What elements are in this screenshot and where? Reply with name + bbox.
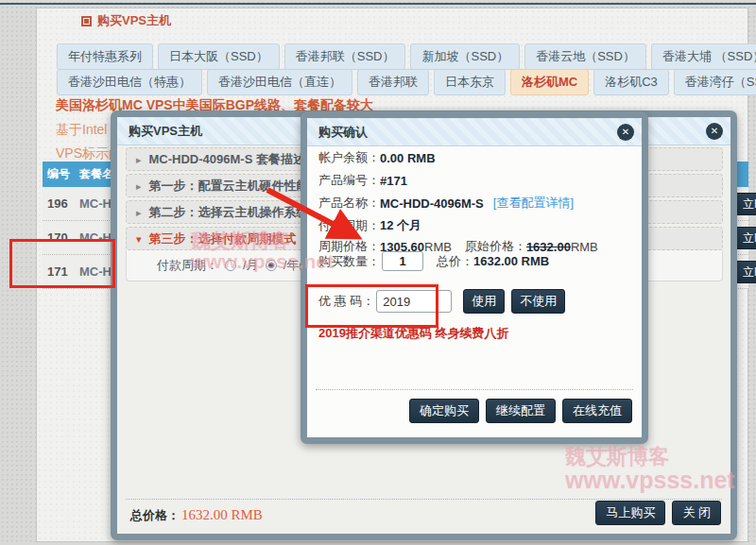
window-icon bbox=[81, 16, 92, 26]
accordion-label: MC-HDD-4096M-S 套餐描述： bbox=[149, 152, 318, 166]
tab-losangeles-mc-active[interactable]: 洛杉矶MC bbox=[510, 69, 589, 95]
footer-divider bbox=[316, 389, 633, 390]
product-name-label: 产品名称： bbox=[318, 195, 380, 212]
tab-hk-banglian[interactable]: 香港邦联 bbox=[357, 69, 429, 95]
datacenter-tabs-row2: 香港沙田电信（特惠） 香港沙田电信（直连） 香港邦联 日本东京 洛杉矶MC 洛杉… bbox=[57, 69, 756, 95]
buy-vps-modal-buttons: 马上购买 关 闭 bbox=[595, 501, 721, 525]
plan-id: 196 bbox=[47, 196, 79, 211]
close-icon[interactable]: ✕ bbox=[706, 123, 723, 140]
tab-hk-shatin-telecom-direct[interactable]: 香港沙田电信（直连） bbox=[207, 69, 352, 95]
online-recharge-button[interactable]: 在线充值 bbox=[562, 399, 632, 423]
tab-singapore-ssd[interactable]: 新加坡（SSD） bbox=[410, 43, 520, 70]
tab-annual-special[interactable]: 年付特惠系列 bbox=[57, 43, 153, 70]
chevron-right-icon: ▸ bbox=[136, 180, 142, 192]
payment-monthly-radio[interactable] bbox=[225, 260, 236, 271]
chevron-right-icon: ▸ bbox=[136, 154, 142, 165]
buy-now-row-button[interactable]: 立即购买 bbox=[734, 261, 756, 283]
tab-hk-banglian-ssd[interactable]: 香港邦联（SSD） bbox=[284, 43, 406, 70]
product-id-row: 产品编号： #171 bbox=[318, 172, 407, 189]
confirm-modal-header: 购买确认 ✕ bbox=[307, 118, 642, 146]
cycle-value: 12 个月 bbox=[380, 217, 421, 234]
skip-coupon-button[interactable]: 不使用 bbox=[511, 289, 565, 314]
payment-yearly-radio[interactable] bbox=[266, 260, 277, 271]
product-id-value: #171 bbox=[380, 174, 407, 188]
top-border-line bbox=[0, 3, 756, 5]
original-price-unit: RMB bbox=[571, 240, 598, 254]
tab-hk-taipo-ssd[interactable]: 香港大埔 （SSD） bbox=[651, 43, 756, 70]
accordion-label: 第三步：选择付款周期模式 bbox=[149, 231, 297, 246]
quantity-input[interactable] bbox=[382, 251, 423, 271]
chevron-right-icon: ▸ bbox=[136, 207, 142, 218]
footer-divider bbox=[126, 499, 722, 500]
page: 购买VPS主机 年付特惠系列 日本大阪（SSD） 香港邦联（SSD） 新加坡（S… bbox=[0, 0, 756, 545]
product-id-label: 产品编号： bbox=[318, 172, 380, 189]
purchase-confirm-modal: 购买确认 ✕ 帐户余额： 0.00 RMB 产品编号： #171 产品名称： M… bbox=[301, 111, 648, 444]
continue-config-button[interactable]: 继续配置 bbox=[486, 399, 556, 423]
close-button[interactable]: 关 闭 bbox=[672, 501, 721, 525]
tab-hk-shatin-telecom-special[interactable]: 香港沙田电信（特惠） bbox=[57, 69, 202, 95]
confirm-purchase-button[interactable]: 确定购买 bbox=[409, 399, 479, 423]
tab-hk-wanchai-ssd[interactable]: 香港湾仔（SSD） bbox=[674, 69, 756, 95]
tab-hk-yundi-ssd[interactable]: 香港云地（SSD） bbox=[524, 43, 646, 70]
buy-now-row-button[interactable]: 立即购买 bbox=[734, 227, 756, 249]
quantity-label: 购买数量： bbox=[318, 253, 380, 270]
payment-cycle-label: 付款周期： bbox=[157, 257, 218, 274]
total-price: 总价格： 1632.00 RMB bbox=[130, 507, 263, 524]
account-balance-row: 帐户余额： 0.00 RMB bbox=[318, 149, 436, 166]
order-total-label: 总价： bbox=[437, 253, 473, 270]
close-icon[interactable]: ✕ bbox=[617, 124, 634, 141]
tab-japan-osaka-ssd[interactable]: 日本大阪（SSD） bbox=[158, 43, 280, 70]
buy-vps-modal-title: 购买VPS主机 bbox=[129, 117, 202, 145]
view-config-link[interactable]: [查看配置详情] bbox=[493, 195, 574, 212]
datacenter-tabs-row1: 年付特惠系列 日本大阪（SSD） 香港邦联（SSD） 新加坡（SSD） 香港云地… bbox=[57, 43, 756, 70]
total-price-value: 1632.00 RMB bbox=[181, 507, 263, 523]
cycle-label: 付款周期： bbox=[318, 217, 380, 234]
use-coupon-button[interactable]: 使用 bbox=[463, 289, 505, 314]
product-name-row: 产品名称： MC-HDD-4096M-S [查看配置详情] bbox=[318, 195, 574, 212]
balance-label: 帐户余额： bbox=[318, 149, 380, 166]
page-title-text: 购买VPS主机 bbox=[97, 12, 171, 29]
buy-now-button[interactable]: 马上购买 bbox=[595, 501, 665, 525]
tab-japan-tokyo[interactable]: 日本东京 bbox=[434, 69, 506, 95]
buy-now-row-button[interactable]: 立即购买 bbox=[734, 193, 756, 215]
chevron-down-icon: ▾ bbox=[136, 233, 142, 245]
confirm-modal-buttons: 确定购买 继续配置 在线充值 bbox=[409, 399, 632, 423]
coupon-input[interactable] bbox=[376, 290, 452, 313]
tab-losangeles-c3[interactable]: 洛杉矶C3 bbox=[593, 69, 669, 95]
coupon-row: 优 惠 码： 使用 不使用 bbox=[318, 289, 565, 314]
confirm-modal-title: 购买确认 bbox=[318, 118, 368, 146]
coupon-note: 2019推介渠道优惠码 终身续费八折 bbox=[318, 325, 509, 342]
payment-cycle-row: 付款周期： 12 个月 bbox=[318, 217, 421, 234]
coupon-label: 优 惠 码： bbox=[318, 293, 374, 310]
col-header-id: 编号 bbox=[47, 166, 79, 182]
total-price-label: 总价格： bbox=[130, 507, 180, 524]
page-title: 购买VPS主机 bbox=[81, 12, 171, 29]
order-total-value: 1632.00 RMB bbox=[473, 254, 549, 268]
plan-id: 170 bbox=[47, 230, 79, 245]
plan-id: 171 bbox=[47, 264, 79, 279]
balance-value: 0.00 RMB bbox=[380, 151, 436, 165]
product-name-value: MC-HDD-4096M-S bbox=[380, 196, 484, 211]
payment-monthly-label: /月 bbox=[243, 257, 259, 274]
quantity-row: 购买数量： 总价： 1632.00 RMB bbox=[318, 251, 549, 271]
